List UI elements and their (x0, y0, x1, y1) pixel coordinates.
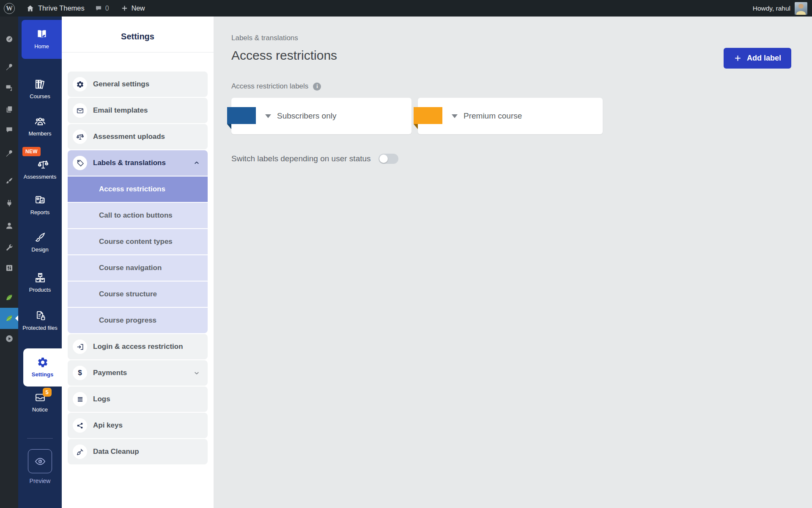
sidebar-label: Home (34, 43, 49, 50)
menu-item-api-keys[interactable]: Api keys (68, 413, 208, 438)
menu-label: Email templates (93, 106, 148, 115)
broom-icon (73, 444, 87, 459)
menu-item-email-templates[interactable]: Email templates (68, 98, 208, 123)
library-icon (34, 78, 46, 90)
network-share-icon (73, 418, 87, 433)
howdy-user-link[interactable]: Howdy, rahul (753, 5, 790, 12)
sidebar-item-courses[interactable]: Courses (18, 78, 62, 109)
toggle-knob (379, 155, 388, 163)
book-leaf-icon (36, 28, 48, 40)
wp-admin-bar: W Thrive Themes 0 New Howdy, rahul (0, 0, 812, 17)
thrive-apprentice-active-icon[interactable] (0, 308, 18, 329)
sidebar-item-design[interactable]: Design (18, 232, 62, 262)
pushpin-icon[interactable] (0, 146, 18, 161)
settings-panel: Settings General settings Email template… (62, 17, 214, 508)
label-cards: Subscribers only Premium course (231, 98, 812, 134)
video-play-icon[interactable] (0, 331, 18, 346)
label-card-premium-course[interactable]: Premium course (418, 98, 603, 134)
plugins-plug-icon[interactable] (0, 196, 18, 211)
dollar-icon: $ (73, 366, 87, 380)
submenu-item-course-progress[interactable]: Course progress (68, 308, 208, 333)
section-header: Access restriction labels i (231, 82, 812, 91)
submenu-label: Course navigation (99, 264, 162, 272)
menu-item-assessment-uploads[interactable]: Assessment uploads (68, 124, 208, 149)
menu-group-labels-translations[interactable]: Labels & translations (68, 150, 208, 176)
panel-title: Settings (62, 32, 214, 41)
thrive-leaf-icon[interactable] (0, 290, 18, 305)
tag-icon (73, 156, 87, 170)
sidebar-item-protected-files[interactable]: Protected files (18, 310, 62, 349)
home-icon[interactable] (26, 4, 34, 12)
submenu-item-course-content-types[interactable]: Course content types (68, 229, 208, 254)
submenu-label: Course content types (99, 237, 173, 246)
pages-icon[interactable] (0, 102, 18, 117)
add-label-button[interactable]: Add label (724, 48, 791, 69)
menu-item-data-cleanup[interactable]: Data Cleanup (68, 439, 208, 464)
sidebar-item-assessments[interactable]: NEW Assessments (18, 147, 62, 189)
users-icon[interactable] (0, 218, 18, 233)
menu-item-payments[interactable]: $ Payments (68, 360, 208, 386)
menu-label: Api keys (93, 421, 123, 430)
sidebar-item-members[interactable]: Members (18, 116, 62, 146)
submenu-item-access-restrictions[interactable]: Access restrictions (68, 177, 208, 202)
new-badge: NEW (22, 147, 41, 156)
label-color-swatch (414, 107, 442, 124)
menu-label: Login & access restriction (93, 342, 183, 351)
dropdown-caret-icon[interactable] (452, 114, 458, 118)
site-name-link[interactable]: Thrive Themes (38, 4, 85, 12)
gear-icon (73, 77, 87, 91)
wordpress-logo-icon[interactable]: W (4, 3, 15, 14)
menu-label: Logs (93, 395, 110, 403)
new-content-link[interactable]: New (132, 5, 145, 12)
list-lines-icon (73, 392, 87, 406)
settings-menu: General settings Email templates Assessm… (62, 52, 214, 464)
dropdown-caret-icon[interactable] (265, 114, 271, 118)
sidebar-item-notice[interactable]: 5 Notice (18, 392, 62, 425)
submenu-item-course-navigation[interactable]: Course navigation (68, 255, 208, 281)
eye-icon (28, 449, 52, 473)
menu-item-login-access-restriction[interactable]: Login & access restriction (68, 334, 208, 359)
dashboard-icon[interactable] (0, 31, 18, 47)
sidebar-label: Settings (32, 371, 53, 378)
pushpin-icon[interactable] (0, 59, 18, 75)
boxes-icon (34, 272, 46, 284)
comments-icon[interactable] (95, 5, 102, 12)
submenu-item-course-structure[interactable]: Course structure (68, 282, 208, 307)
label-color-swatch (227, 107, 256, 124)
media-icon[interactable] (0, 80, 18, 95)
sidebar-item-settings[interactable]: Settings (23, 348, 62, 387)
settings-sliders-icon[interactable] (0, 260, 18, 276)
sidebar-divider (27, 438, 53, 439)
sidebar-item-home[interactable]: Home (22, 20, 62, 59)
main-content: Labels & translations Access restriction… (214, 17, 812, 508)
sidebar-label: Protected files (22, 324, 57, 332)
appearance-brush-icon[interactable] (0, 173, 18, 188)
switch-labels-toggle[interactable] (379, 154, 398, 164)
chevron-up-icon (193, 160, 200, 166)
menu-label: General settings (93, 80, 149, 88)
label-fold (414, 124, 418, 129)
submenu-item-call-to-action-buttons[interactable]: Call to action buttons (68, 203, 208, 228)
tools-wrench-icon[interactable] (0, 240, 18, 255)
sidebar-item-products[interactable]: Products (18, 272, 62, 302)
plus-icon (734, 54, 742, 62)
sidebar-item-reports[interactable]: Reports (18, 194, 62, 225)
info-icon[interactable]: i (313, 83, 321, 91)
sidebar-label: Preview (30, 477, 51, 485)
comments-bubble-icon[interactable] (0, 122, 18, 138)
submenu-label: Course progress (99, 316, 156, 325)
section-label: Access restriction labels (231, 82, 308, 91)
gear-icon (37, 356, 49, 368)
wp-admin-sidebar (0, 17, 18, 508)
menu-item-general-settings[interactable]: General settings (68, 72, 208, 97)
sidebar-item-preview[interactable]: Preview (18, 449, 62, 485)
comments-count[interactable]: 0 (105, 5, 109, 12)
thrive-apprentice-sidebar: Home Courses Members NEW Assessments Rep… (18, 17, 62, 508)
menu-item-logs[interactable]: Logs (68, 387, 208, 412)
label-card-subscribers-only[interactable]: Subscribers only (231, 98, 411, 134)
menu-label: Labels & translations (93, 159, 166, 167)
plus-icon[interactable] (121, 5, 128, 12)
sidebar-label: Notice (32, 406, 48, 414)
avatar[interactable] (795, 2, 807, 15)
sidebar-label: Assessments (24, 173, 56, 181)
